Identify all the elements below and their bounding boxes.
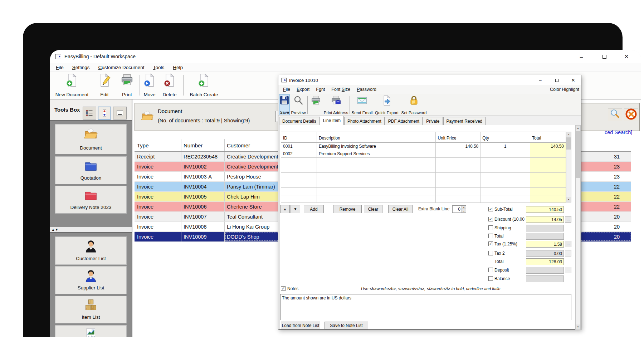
menu-customize-document[interactable]: Customize Document — [94, 64, 149, 71]
dialog-maximize-button[interactable] — [552, 77, 562, 84]
move-row-up-button[interactable]: ▲ — [280, 205, 290, 213]
scrollbar-thumb[interactable] — [566, 137, 571, 150]
balance-field[interactable] — [526, 275, 564, 282]
color-highlight-menu[interactable]: Color Highlight — [550, 87, 579, 92]
remove-button[interactable]: Remove — [333, 205, 362, 213]
toolbar-edit-button[interactable]: Edit — [95, 73, 114, 98]
total-field[interactable]: 128.03 — [526, 258, 564, 265]
dialog-menu-font[interactable]: Font — [313, 86, 328, 93]
move-row-down-button[interactable]: ▼ — [291, 205, 300, 213]
minimize-button[interactable]: – — [577, 52, 586, 61]
sidebar-item-document[interactable]: Document — [55, 124, 127, 154]
tab-private[interactable]: Private — [423, 117, 443, 125]
dialog-scrollbar[interactable]: ▲ ▼ — [575, 125, 581, 330]
sidebar-item-item-list[interactable]: Item List — [55, 296, 127, 323]
sub-total-checkbox[interactable]: ✓ — [488, 207, 493, 211]
scroll-up-icon[interactable]: ▲ — [576, 126, 580, 131]
view-two-button[interactable] — [98, 107, 111, 119]
tax-2-checkbox[interactable] — [488, 251, 493, 255]
maximize-button[interactable] — [600, 52, 609, 61]
dialog-menu-export[interactable]: Export — [293, 86, 313, 93]
toolbar-new-document-button[interactable]: New Document — [51, 73, 93, 98]
deposit-more-button[interactable]: ... — [565, 267, 571, 273]
dialog-toolbar-send-email-button[interactable]: Send Email — [351, 94, 374, 115]
clear-all-button[interactable]: Clear All — [388, 205, 413, 213]
tab-document-details[interactable]: Document Details — [279, 117, 319, 125]
dialog-menu-file[interactable]: File — [280, 86, 293, 93]
toolbar-print-button[interactable]: Print — [117, 73, 137, 98]
tax-2-more-button[interactable]: ... — [565, 250, 571, 257]
discount-10-00-checkbox[interactable]: ✓ — [488, 217, 493, 221]
scroll-down-icon[interactable]: ▼ — [576, 324, 580, 329]
shipping-checkbox[interactable] — [488, 225, 493, 230]
line-item-row[interactable] — [281, 188, 566, 195]
notes-checkbox[interactable]: ✓ — [281, 286, 286, 291]
line-item-row[interactable] — [281, 180, 566, 188]
sidebar-item-quotation[interactable]: Quotation — [55, 156, 127, 184]
total-checkbox[interactable] — [488, 234, 493, 238]
view-min-button[interactable] — [113, 107, 127, 119]
tab-pdf-attachment[interactable]: PDF Attachment — [385, 117, 423, 125]
line-item-row[interactable]: 0002Premium Support Services — [281, 150, 566, 158]
sidebar-item-customer-list[interactable]: Customer List — [55, 236, 127, 265]
close-button[interactable]: ✕ — [622, 52, 631, 61]
tab-photo-attachment[interactable]: Photo Attachment — [344, 117, 385, 125]
dialog-toolbar-print-address-button[interactable]: Print Address — [323, 94, 349, 115]
line-items-scrollbar[interactable]: ▲▼ — [566, 132, 571, 202]
search-button[interactable] — [608, 108, 622, 121]
line-item-row[interactable] — [281, 158, 566, 165]
clear-button[interactable]: Clear — [364, 205, 382, 213]
save-to-note-list-button[interactable]: Save to Note List — [325, 322, 368, 329]
tax-2-field[interactable]: 0.00 — [526, 250, 564, 257]
line-item-row[interactable]: 0001EasyBilling Invoicing Software140.50… — [281, 143, 566, 150]
dialog-toolbar-print-button[interactable] — [310, 94, 322, 115]
discount-10-00-more-button[interactable]: ... — [565, 216, 571, 223]
sidebar-item-delivery-note-2023[interactable]: Delivery Note 2023 — [55, 186, 127, 214]
tax-1-25-field[interactable]: 1.58 — [526, 241, 564, 248]
scroll-down-icon[interactable]: ▼ — [566, 197, 571, 202]
sub-total-field[interactable]: 140.50 — [526, 206, 564, 213]
tax-1-25-more-button[interactable]: ... — [565, 241, 571, 247]
deposit-field[interactable] — [526, 267, 564, 274]
menu-help[interactable]: Help — [169, 64, 187, 71]
line-item-row[interactable] — [281, 173, 566, 180]
column-header-type[interactable]: Type — [135, 139, 181, 151]
menu-settings[interactable]: Settings — [68, 64, 94, 71]
dialog-close-button[interactable]: ✕ — [568, 77, 578, 84]
extra-blank-line-stepper[interactable]: 0 ▲ ▼ — [452, 205, 466, 213]
discount-10-00-field[interactable]: 14.05 — [526, 216, 564, 223]
scrollbar-thumb[interactable] — [576, 131, 580, 178]
toolbar-move-button[interactable]: Move — [141, 73, 158, 98]
dialog-toolbar-quick-export-button[interactable]: Quick Export — [374, 94, 399, 115]
dialog-menu-password[interactable]: Password — [353, 86, 380, 93]
dialog-toolbar-preview-button[interactable]: Preview — [291, 94, 306, 115]
menu-file[interactable]: File — [52, 64, 68, 71]
notes-textarea[interactable]: The amount shown are in US dollars — [280, 294, 571, 320]
balance-checkbox[interactable] — [488, 276, 493, 281]
load-from-note-list-button[interactable]: Load from Note List — [281, 322, 320, 329]
sidebar-item-report[interactable]: Report — [55, 325, 127, 337]
line-item-row[interactable] — [281, 165, 566, 173]
dialog-toolbar-set-password-button[interactable]: Set Password — [400, 94, 428, 115]
dialog-menu-font-size[interactable]: Font Size — [328, 86, 353, 93]
tab-line-item[interactable]: Line Item — [320, 116, 344, 125]
stepper-down-icon[interactable]: ▼ — [462, 209, 466, 213]
menu-tools[interactable]: Tools — [149, 64, 169, 71]
column-header-number[interactable]: Number — [181, 139, 225, 151]
line-item-row[interactable] — [281, 195, 566, 203]
advanced-search-link[interactable]: ced Search] — [605, 130, 632, 135]
shipping-field[interactable] — [526, 225, 564, 231]
toolbar-delete-button[interactable]: Delete — [159, 73, 180, 98]
sidebar-group-divider[interactable]: ▲▼ — [50, 227, 132, 233]
dialog-minimize-button[interactable]: – — [535, 77, 545, 84]
dialog-toolbar-save-button[interactable]: Save — [279, 94, 290, 115]
clear-search-button[interactable] — [624, 108, 638, 121]
tab-payment-received[interactable]: Payment Received — [443, 117, 486, 125]
stepper-up-icon[interactable]: ▲ — [462, 206, 466, 209]
view-list-button[interactable] — [83, 107, 96, 119]
tax-1-25-checkbox[interactable]: ✓ — [488, 241, 493, 246]
scroll-up-icon[interactable]: ▲ — [566, 132, 571, 137]
toolbar-batch-create-button[interactable]: Batch Create — [185, 73, 223, 98]
sidebar-item-supplier-list[interactable]: Supplier List — [55, 266, 127, 294]
deposit-checkbox[interactable] — [488, 268, 493, 272]
